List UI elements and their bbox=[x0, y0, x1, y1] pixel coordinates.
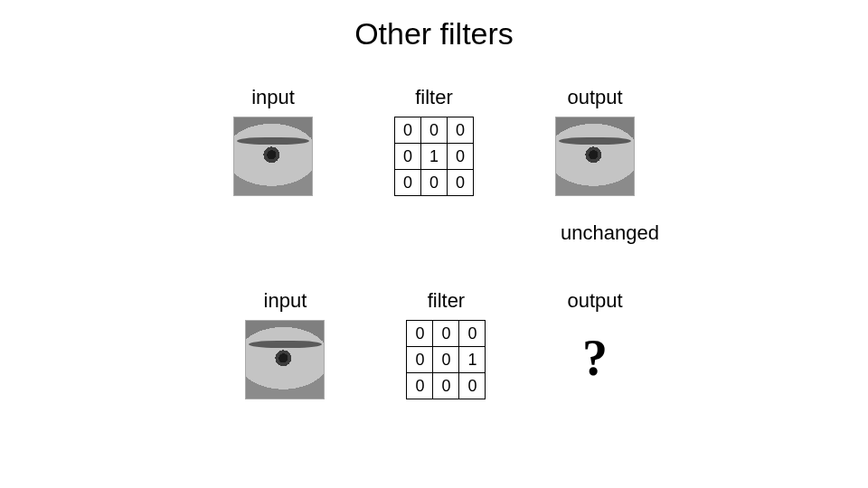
kernel-cell: 0 bbox=[395, 144, 421, 170]
output-block-2: output ? bbox=[567, 289, 622, 383]
input-image-1 bbox=[233, 117, 313, 196]
kernel-cell: 0 bbox=[448, 170, 474, 196]
kernel-cell: 0 bbox=[433, 373, 459, 399]
output-image-1 bbox=[555, 117, 635, 196]
slide-title: Other filters bbox=[0, 16, 868, 52]
input-block-1: input bbox=[233, 86, 313, 196]
input-block-2: input bbox=[245, 289, 325, 399]
kernel-cell: 0 bbox=[395, 170, 421, 196]
row-2: input filter 0 0 0 0 0 1 0 0 0 output ? bbox=[0, 289, 868, 399]
input-label: input bbox=[264, 289, 307, 313]
kernel-2: 0 0 0 0 0 1 0 0 0 bbox=[406, 320, 486, 399]
input-image-2 bbox=[245, 320, 325, 399]
filter-block-1: filter 0 0 0 0 1 0 0 0 0 bbox=[394, 86, 474, 196]
input-label: input bbox=[251, 86, 295, 109]
output-label: output bbox=[567, 86, 622, 109]
row-1: input filter 0 0 0 0 1 0 0 0 0 output bbox=[0, 86, 868, 196]
kernel-cell: 0 bbox=[459, 321, 486, 347]
kernel-cell: 0 bbox=[459, 373, 486, 399]
kernel-cell: 0 bbox=[407, 347, 433, 373]
output-block-1: output bbox=[555, 86, 635, 196]
kernel-cell: 0 bbox=[433, 321, 459, 347]
kernel-cell: 0 bbox=[407, 373, 433, 399]
kernel-cell: 0 bbox=[395, 117, 421, 144]
question-mark-icon: ? bbox=[582, 333, 608, 383]
filter-block-2: filter 0 0 0 0 0 1 0 0 0 bbox=[406, 289, 486, 399]
kernel-cell: 0 bbox=[433, 347, 459, 373]
kernel-cell: 0 bbox=[407, 321, 433, 347]
output-caption-1: unchanged bbox=[561, 221, 659, 245]
kernel-cell: 1 bbox=[459, 347, 486, 373]
filter-label: filter bbox=[415, 86, 453, 109]
filter-label: filter bbox=[428, 289, 466, 313]
kernel-cell: 0 bbox=[421, 117, 448, 144]
output-label: output bbox=[567, 289, 622, 313]
kernel-cell: 0 bbox=[448, 144, 474, 170]
kernel-cell: 1 bbox=[421, 144, 448, 170]
kernel-1: 0 0 0 0 1 0 0 0 0 bbox=[394, 117, 474, 196]
kernel-cell: 0 bbox=[421, 170, 448, 196]
kernel-cell: 0 bbox=[448, 117, 474, 144]
